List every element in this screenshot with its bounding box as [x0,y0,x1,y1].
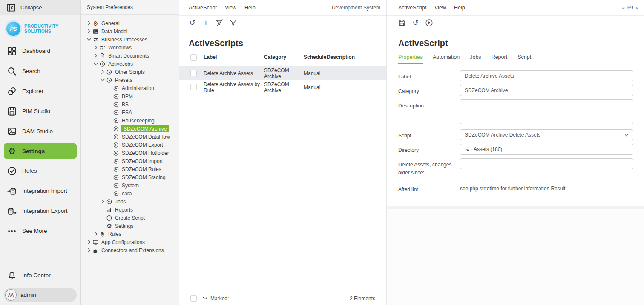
tab-properties[interactable]: Properties [398,54,423,64]
tree-item-sdzecom-archive[interactable]: SDZeCOM Archive [81,125,179,133]
tree-item-sdzecom-import[interactable]: SDZeCOM Import [81,157,179,165]
tree-item-sdzecom-staging[interactable]: SDZeCOM Staging [81,173,179,181]
refresh-icon[interactable]: ↺ [411,19,420,27]
tree-item-system[interactable]: System [81,181,179,189]
chevron-right-icon[interactable] [86,239,92,245]
user-menu[interactable]: AA admin [4,288,77,302]
brand-logo[interactable]: PS PRODUCTIVITY SOLUTIONS [0,15,80,39]
chevron-right-icon[interactable] [100,199,106,204]
sidebar-item-integration-export[interactable]: Integration Export [0,201,80,221]
chevron-right-icon[interactable] [93,231,99,237]
run-icon[interactable] [425,19,433,27]
delete-since-input[interactable] [460,158,633,169]
pager-prev-icon[interactable]: ◂ [622,5,625,11]
field-control-description [460,99,633,126]
chevron-down-icon[interactable] [100,77,106,83]
table-row[interactable]: Delete Archive AssetsSDZeCOM ArchiveManu… [179,66,386,80]
tree-item-data-model[interactable]: Data Model [81,27,179,35]
tab-automation[interactable]: Automation [433,54,460,64]
tree-item-business-processes[interactable]: Business Processes [81,35,179,44]
select-all-checkbox[interactable] [190,54,197,61]
list-menu-view[interactable]: View [225,5,236,11]
footer-checkbox[interactable] [190,295,197,302]
tab-report[interactable]: Report [492,54,508,64]
label-input[interactable] [460,70,633,81]
detail-menu-help[interactable]: Help [454,5,465,11]
chevron-down-icon[interactable] [86,37,92,42]
tree-item-bs[interactable]: BS [81,100,179,108]
sidebar-item-pim-studio[interactable]: PIM Studio [0,101,80,121]
add-icon[interactable]: + [202,19,210,27]
category-input[interactable] [460,85,633,96]
sidebar-item-search[interactable]: Search [0,61,80,81]
tree-item-general[interactable]: ⚙General [81,19,179,27]
sidebar-item-info-center[interactable]: Info Center [0,265,80,285]
tree-item-other-scripts[interactable]: Other Scripts [81,68,179,76]
tree-item-presets[interactable]: Presets [81,76,179,84]
sidebar-item-rules[interactable]: Rules [0,161,80,181]
chevron-right-icon[interactable] [86,29,92,34]
filter-icon[interactable] [229,19,237,27]
form-row-category: Category [398,85,633,96]
tree-item-esa[interactable]: ESA [81,108,179,116]
sidebar-item-dashboard[interactable]: Dashboard [0,41,80,61]
sidebar-item-settings[interactable]: ⚙Settings [4,143,77,159]
tree-item-administration[interactable]: Administration [81,84,179,92]
column-header-label[interactable]: Label [204,54,264,60]
chevron-down-icon[interactable] [202,296,208,301]
tree-item-app-configurations[interactable]: App Configurations [81,238,179,246]
chevron-right-icon[interactable] [100,69,106,75]
chevron-right-icon[interactable] [93,53,99,58]
tree-item-sdzecom-dataflow[interactable]: SDZeCOM DataFlow [81,133,179,141]
tree-item-sdzecom-rules[interactable]: SDZeCOM Rules [81,165,179,173]
bell-icon [7,271,17,280]
tree-item-label: BPM [121,93,134,100]
column-header-category[interactable]: Category [264,54,304,60]
tree-item-housekeeping[interactable]: Housekeeping [81,116,179,125]
row-checkbox[interactable] [190,84,197,90]
filter-clear-icon[interactable] [216,19,224,27]
tree-item-bpm[interactable]: BPM [81,92,179,100]
sidebar-item-integration-import[interactable]: Integration Import [0,181,80,201]
list-menu-help[interactable]: Help [244,5,256,11]
refresh-icon[interactable]: ↺ [188,19,196,27]
play-circle-icon [113,110,119,116]
tree-item-reports[interactable]: Reports [81,206,179,214]
tree-item-connectors-and-extensions[interactable]: Connectors and Extensions [81,246,179,254]
column-header-description[interactable]: Description [327,54,386,60]
field-control-category [460,85,633,96]
script-select[interactable]: SDZeCOM Archive Delete Assets [460,129,633,140]
tree-item-rules[interactable]: Rules [81,230,179,238]
username: admin [20,292,36,298]
chevron-right-icon[interactable] [93,45,99,50]
tree-item-create-script[interactable]: Create Script [81,214,179,222]
save-icon[interactable] [398,19,406,27]
pager-next-icon[interactable]: ▸ [636,5,638,11]
tree-item-sdzecom-hotfolder[interactable]: SDZeCOM Hotfolder [81,149,179,157]
chevron-right-icon[interactable] [86,20,92,26]
sidebar-item-dam-studio[interactable]: DAM Studio [0,121,80,141]
tree-item-smart-documents[interactable]: Smart Documents [81,52,179,60]
tab-script[interactable]: Script [518,54,531,64]
tree-item-jobs[interactable]: Jobs [81,198,179,206]
tree-item-activejobs[interactable]: ActiveJobs [81,60,179,68]
column-header-schedule[interactable]: Schedule [304,54,327,60]
directory-picker[interactable]: Assets (180) [460,144,633,155]
chevron-down-icon[interactable] [93,61,99,67]
tab-jobs[interactable]: Jobs [470,54,481,64]
field-control-script: SDZeCOM Archive Delete Assets [460,129,633,140]
tree-item-cara[interactable]: cara [81,189,179,198]
sidebar-item-see-more[interactable]: See More [0,221,80,241]
table-row[interactable]: Delete Archive Assets by RuleSDZeCOM Arc… [179,80,386,94]
collapse-button[interactable]: Collapse [0,0,80,15]
detail-menu-activescript[interactable]: ActiveScript [398,5,426,11]
detail-menu-view[interactable]: View [434,5,446,11]
tree-item-workflows[interactable]: Workflows [81,44,179,52]
tree-item-sdzecom-export[interactable]: SDZeCOM Export [81,141,179,149]
sidebar-item-explorer[interactable]: Explorer [0,81,80,101]
list-menu-activescript[interactable]: ActiveScript [189,5,217,11]
description-textarea[interactable] [460,99,633,124]
tree-item-settings[interactable]: ⚙Settings [81,222,179,230]
row-checkbox[interactable] [190,70,197,76]
chevron-right-icon[interactable] [86,247,92,253]
